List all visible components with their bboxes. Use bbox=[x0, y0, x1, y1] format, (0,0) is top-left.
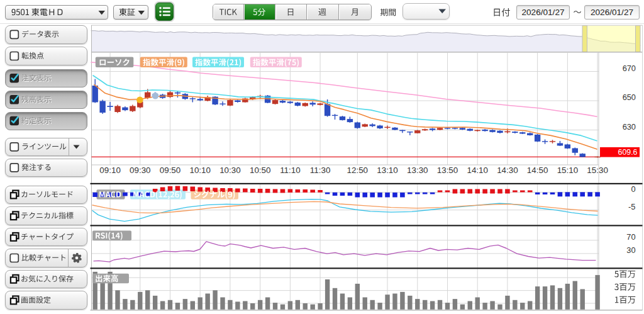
svg-text:15:30: 15:30 bbox=[587, 165, 608, 175]
svg-text:70: 70 bbox=[626, 232, 635, 242]
svg-text:10:50: 10:50 bbox=[250, 165, 271, 175]
svg-text:14:50: 14:50 bbox=[527, 165, 548, 175]
svg-text:09:10: 09:10 bbox=[99, 165, 121, 175]
svg-text:13:30: 13:30 bbox=[407, 165, 428, 175]
svg-text:10:10: 10:10 bbox=[189, 165, 211, 175]
svg-text:14:30: 14:30 bbox=[497, 165, 518, 175]
svg-text:13:10: 13:10 bbox=[377, 165, 398, 175]
svg-text:30: 30 bbox=[626, 245, 635, 255]
svg-text:09:30: 09:30 bbox=[130, 165, 151, 175]
svg-text:13:50: 13:50 bbox=[437, 165, 458, 175]
svg-text:-5: -5 bbox=[628, 202, 635, 211]
svg-text:2026/01/27: 2026/01/27 bbox=[521, 8, 564, 17]
svg-text:0: 0 bbox=[631, 184, 635, 194]
svg-text:15:10: 15:10 bbox=[557, 165, 579, 175]
svg-text:650: 650 bbox=[623, 93, 636, 102]
svg-text:630: 630 bbox=[623, 122, 636, 132]
svg-text:11:30: 11:30 bbox=[310, 165, 331, 175]
svg-text:14:10: 14:10 bbox=[467, 165, 488, 175]
svg-text:609.6: 609.6 bbox=[618, 148, 637, 157]
svg-text:12:50: 12:50 bbox=[347, 165, 369, 175]
svg-text:09:50: 09:50 bbox=[160, 165, 181, 175]
svg-text:2026/01/27: 2026/01/27 bbox=[591, 8, 633, 17]
svg-text:670: 670 bbox=[623, 64, 636, 73]
svg-text:10:30: 10:30 bbox=[219, 165, 241, 175]
svg-text:11:10: 11:10 bbox=[280, 165, 301, 175]
